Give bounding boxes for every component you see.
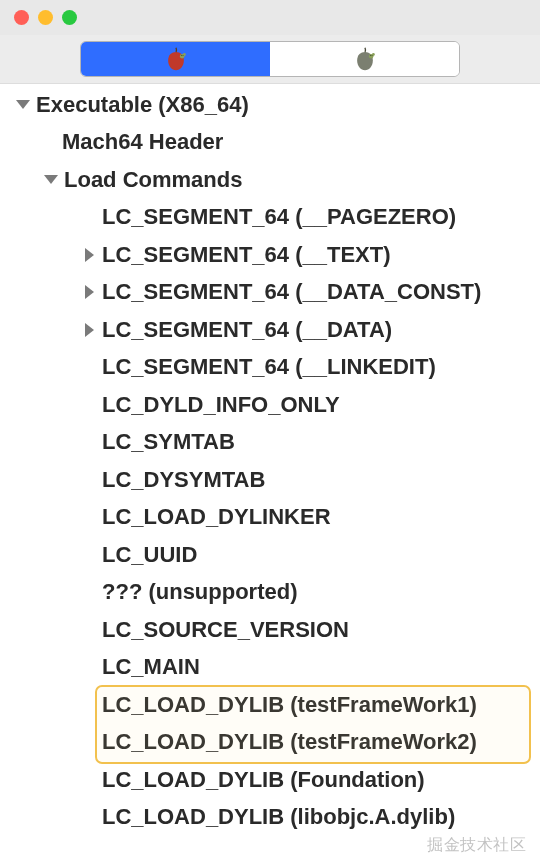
tree-label: LC_MAIN	[102, 654, 200, 680]
svg-point-3	[182, 55, 183, 56]
tree-label: LC_SEGMENT_64 (__DATA)	[102, 317, 392, 343]
tree-label: LC_LOAD_DYLINKER	[102, 504, 331, 530]
tree-item-lc-segment-data[interactable]: LC_SEGMENT_64 (__DATA)	[0, 311, 540, 349]
tree-item-lc-uuid[interactable]: LC_UUID	[0, 536, 540, 574]
disclosure-triangle-icon[interactable]	[82, 248, 96, 262]
tree-label: LC_LOAD_DYLIB (testFrameWork1)	[102, 692, 477, 718]
tree-label: ??? (unsupported)	[102, 579, 298, 605]
tree-item-lc-main[interactable]: LC_MAIN	[0, 649, 540, 687]
tree-item-lc-load-dylib-testframework2[interactable]: LC_LOAD_DYLIB (testFrameWork2)	[0, 724, 540, 762]
tree-item-load-commands[interactable]: Load Commands	[0, 161, 540, 199]
tree-label: LC_SEGMENT_64 (__DATA_CONST)	[102, 279, 481, 305]
disclosure-triangle-icon[interactable]	[82, 323, 96, 337]
tree-item-lc-segment-text[interactable]: LC_SEGMENT_64 (__TEXT)	[0, 236, 540, 274]
tree-item-lc-dyld-info-only[interactable]: LC_DYLD_INFO_ONLY	[0, 386, 540, 424]
tree-item-unsupported[interactable]: ??? (unsupported)	[0, 574, 540, 612]
red-apple-worm-icon	[162, 45, 190, 73]
arch-segment-inactive[interactable]	[270, 42, 459, 76]
tree-item-lc-dysymtab[interactable]: LC_DYSYMTAB	[0, 461, 540, 499]
tree-label: LC_UUID	[102, 542, 197, 568]
tree-label: Mach64 Header	[62, 129, 223, 155]
tree-label: LC_SEGMENT_64 (__TEXT)	[102, 242, 391, 268]
tree-item-lc-load-dylib-libobjc[interactable]: LC_LOAD_DYLIB (libobjc.A.dylib)	[0, 799, 540, 837]
disclosure-triangle-icon[interactable]	[44, 173, 58, 187]
tree-label: LC_LOAD_DYLIB (testFrameWork2)	[102, 729, 477, 755]
tree-label: LC_SEGMENT_64 (__PAGEZERO)	[102, 204, 456, 230]
tree-label: LC_LOAD_DYLIB (Foundation)	[102, 767, 425, 793]
disclosure-triangle-icon[interactable]	[16, 98, 30, 112]
tree-item-lc-source-version[interactable]: LC_SOURCE_VERSION	[0, 611, 540, 649]
tree-item-lc-segment-pagezero[interactable]: LC_SEGMENT_64 (__PAGEZERO)	[0, 199, 540, 237]
arch-segment-active[interactable]	[81, 42, 270, 76]
svg-point-7	[371, 55, 372, 56]
svg-point-2	[181, 55, 182, 56]
tree-label: LC_SYMTAB	[102, 429, 235, 455]
toolbar	[0, 35, 540, 83]
window-maximize-button[interactable]	[62, 10, 77, 25]
svg-point-1	[183, 53, 186, 56]
tree-root-executable[interactable]: Executable (X86_64)	[0, 86, 540, 124]
tree-label: Load Commands	[64, 167, 242, 193]
tree-label: Executable (X86_64)	[36, 92, 249, 118]
tree-item-lc-load-dylib-foundation[interactable]: LC_LOAD_DYLIB (Foundation)	[0, 761, 540, 799]
tree-label: LC_SOURCE_VERSION	[102, 617, 349, 643]
tree-item-lc-load-dylinker[interactable]: LC_LOAD_DYLINKER	[0, 499, 540, 537]
tree-label: LC_LOAD_DYLIB (libobjc.A.dylib)	[102, 804, 455, 830]
window-close-button[interactable]	[14, 10, 29, 25]
tree-item-lc-segment-linkedit[interactable]: LC_SEGMENT_64 (__LINKEDIT)	[0, 349, 540, 387]
tree-item-mach64-header[interactable]: Mach64 Header	[0, 124, 540, 162]
svg-point-6	[370, 55, 371, 56]
tree-item-lc-segment-data-const[interactable]: LC_SEGMENT_64 (__DATA_CONST)	[0, 274, 540, 312]
window-minimize-button[interactable]	[38, 10, 53, 25]
gray-apple-worm-icon	[351, 45, 379, 73]
tree-item-lc-load-dylib-testframework1[interactable]: LC_LOAD_DYLIB (testFrameWork1)	[0, 686, 540, 724]
tree-item-lc-symtab[interactable]: LC_SYMTAB	[0, 424, 540, 462]
tree-label: LC_DYLD_INFO_ONLY	[102, 392, 340, 418]
watermark: 掘金技术社区	[427, 835, 526, 856]
tree-label: LC_DYSYMTAB	[102, 467, 265, 493]
disclosure-triangle-icon[interactable]	[82, 285, 96, 299]
tree-view[interactable]: Executable (X86_64) Mach64 Header Load C…	[0, 83, 540, 866]
arch-segmented-control[interactable]	[80, 41, 460, 77]
tree-label: LC_SEGMENT_64 (__LINKEDIT)	[102, 354, 436, 380]
svg-point-5	[372, 53, 375, 56]
titlebar	[0, 0, 540, 35]
